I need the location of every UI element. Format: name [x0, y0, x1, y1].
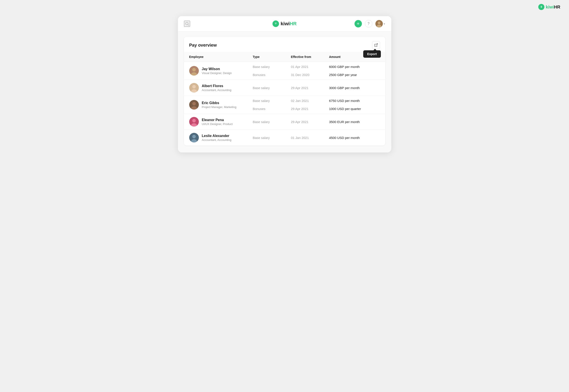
card-title: Pay overview	[189, 43, 217, 48]
employee-cell-leslie-alexander: Leslie AlexanderAccountant, Accounting	[189, 130, 253, 145]
main-content: Pay overview Export Employee Type	[178, 32, 391, 153]
amount-cell-eleanor-pena: 3500 EUR per month	[329, 120, 380, 124]
employee-cell-jay-wilson: Jay WilsonVisual Designer, Design	[189, 63, 253, 79]
entry-effective: 02 Jan 2021	[291, 99, 329, 103]
type-cell-jay-wilson: Base salaryBonuses	[253, 62, 291, 80]
entry-type: Bonuses	[253, 73, 291, 77]
table-row[interactable]: Eric GibbsProject Manager, MarketingBase…	[184, 96, 385, 114]
avatar-leslie-alexander	[189, 133, 199, 142]
effective-cell-albert-flores: 29 Apr 2021	[291, 80, 329, 96]
svg-point-18	[192, 68, 196, 71]
emp-role-leslie-alexander: Accountant, Accounting	[202, 138, 232, 141]
emp-name-eric-gibbs: Eric Gibbs	[202, 101, 236, 105]
employee-cell-albert-flores: Albert FloresAccountant, Accounting	[189, 80, 253, 96]
entry-type: Base salary	[253, 65, 291, 69]
help-button[interactable]: ?	[365, 20, 372, 28]
entry-effective: 29 Apr 2021	[291, 107, 329, 111]
amount-cell-albert-flores: 3000 GBP per month	[329, 86, 380, 90]
col-type: Type	[253, 54, 291, 60]
table-row[interactable]: Jay WilsonVisual Designer, DesignBase sa…	[184, 62, 385, 80]
emp-info-albert-flores: Albert FloresAccountant, Accounting	[202, 84, 232, 92]
table-row[interactable]: Albert FloresAccountant, AccountingBase …	[184, 80, 385, 96]
svg-point-21	[192, 85, 196, 88]
emp-role-eric-gibbs: Project Manager, Marketing	[202, 105, 236, 109]
nav-right: + ? ▾	[355, 20, 385, 28]
user-avatar-button[interactable]: ▾	[375, 20, 385, 28]
effective-cell-jay-wilson: 01 Apr 202131 Dec 2020	[291, 62, 329, 80]
top-kiwi-icon	[538, 4, 544, 10]
effective-cell-leslie-alexander: 01 Jan 2021	[291, 130, 329, 145]
nav-left	[184, 21, 190, 27]
emp-role-albert-flores: Accountant, Accounting	[202, 88, 232, 92]
effective-cell-eleanor-pena: 29 Apr 2021	[291, 114, 329, 130]
entry-amount: 6750 USD per month	[329, 99, 380, 103]
entry-amount: 2500 GBP per year	[329, 73, 380, 77]
user-menu-chevron: ▾	[384, 22, 385, 26]
col-effective-from: Effective from	[291, 54, 329, 60]
amount-cell-leslie-alexander: 4500 USD per month	[329, 136, 380, 140]
type-cell-eleanor-pena: Base salary	[253, 114, 291, 130]
emp-name-leslie-alexander: Leslie Alexander	[202, 134, 232, 138]
type-cell-leslie-alexander: Base salary	[253, 130, 291, 145]
emp-info-eleanor-pena: Eleanor PenaUI/UX Designer, Product	[202, 118, 233, 126]
entry-effective: 01 Apr 2021	[291, 65, 329, 69]
type-cell-albert-flores: Base salary	[253, 80, 291, 96]
user-avatar	[375, 20, 383, 28]
nav-brand-text: kiwiHR	[281, 21, 297, 27]
svg-point-8	[275, 23, 276, 24]
main-window: kiwiHR + ? ▾ Pa	[178, 16, 391, 153]
entry-effective: 31 Dec 2020	[291, 73, 329, 77]
emp-info-leslie-alexander: Leslie AlexanderAccountant, Accounting	[202, 134, 232, 141]
emp-name-jay-wilson: Jay Wilson	[202, 67, 232, 71]
table-body: Jay WilsonVisual Designer, DesignBase sa…	[184, 62, 385, 145]
effective-cell-eric-gibbs: 02 Jan 202129 Apr 2021	[291, 96, 329, 114]
top-brand-text: kiwiHR	[546, 5, 560, 10]
avatar-eleanor-pena	[189, 117, 199, 126]
svg-point-1	[541, 7, 542, 7]
avatar-albert-flores	[189, 83, 199, 93]
emp-name-eleanor-pena: Eleanor Pena	[202, 118, 233, 122]
export-button[interactable]	[372, 41, 380, 49]
export-area: Export	[372, 41, 380, 49]
nav-bar: kiwiHR + ? ▾	[178, 16, 391, 32]
emp-info-eric-gibbs: Eric GibbsProject Manager, Marketing	[202, 101, 236, 109]
kiwi-logo-icon	[272, 20, 279, 27]
table-header: Employee Type Effective from Amount	[184, 52, 385, 62]
entry-type: Bonuses	[253, 107, 291, 111]
pay-overview-card: Pay overview Export Employee Type	[184, 37, 385, 145]
amount-cell-eric-gibbs: 6750 USD per month1000 USD per quarter	[329, 96, 380, 114]
entry-amount: 6000 GBP per month	[329, 65, 380, 69]
entry-type: Base salary	[253, 99, 291, 103]
export-tooltip: Export	[363, 50, 381, 58]
employee-cell-eleanor-pena: Eleanor PenaUI/UX Designer, Product	[189, 114, 253, 130]
emp-role-eleanor-pena: UI/UX Designer, Product	[202, 122, 233, 126]
top-bar: kiwiHR	[0, 0, 569, 14]
emp-name-albert-flores: Albert Flores	[202, 84, 232, 88]
svg-point-27	[192, 119, 196, 122]
entry-amount: 1000 USD per quarter	[329, 107, 380, 111]
emp-info-jay-wilson: Jay WilsonVisual Designer, Design	[202, 67, 232, 75]
avatar-jay-wilson	[189, 66, 199, 76]
search-button[interactable]	[184, 21, 190, 27]
nav-logo: kiwiHR	[272, 20, 297, 27]
table-row[interactable]: Leslie AlexanderAccountant, AccountingBa…	[184, 130, 385, 145]
table-row[interactable]: Eleanor PenaUI/UX Designer, ProductBase …	[184, 114, 385, 130]
type-cell-eric-gibbs: Base salaryBonuses	[253, 96, 291, 114]
svg-line-6	[188, 25, 189, 26]
employee-cell-eric-gibbs: Eric GibbsProject Manager, Marketing	[189, 97, 253, 112]
svg-point-30	[192, 135, 196, 138]
svg-point-15	[378, 22, 380, 24]
avatar-eric-gibbs	[189, 100, 199, 110]
col-employee: Employee	[189, 54, 253, 60]
amount-cell-jay-wilson: 6000 GBP per month2500 GBP per year	[329, 62, 380, 80]
emp-role-jay-wilson: Visual Designer, Design	[202, 71, 232, 75]
add-button[interactable]: +	[355, 20, 362, 28]
top-logo: kiwiHR	[538, 4, 560, 10]
card-header: Pay overview Export	[184, 37, 385, 52]
svg-point-24	[192, 102, 196, 105]
